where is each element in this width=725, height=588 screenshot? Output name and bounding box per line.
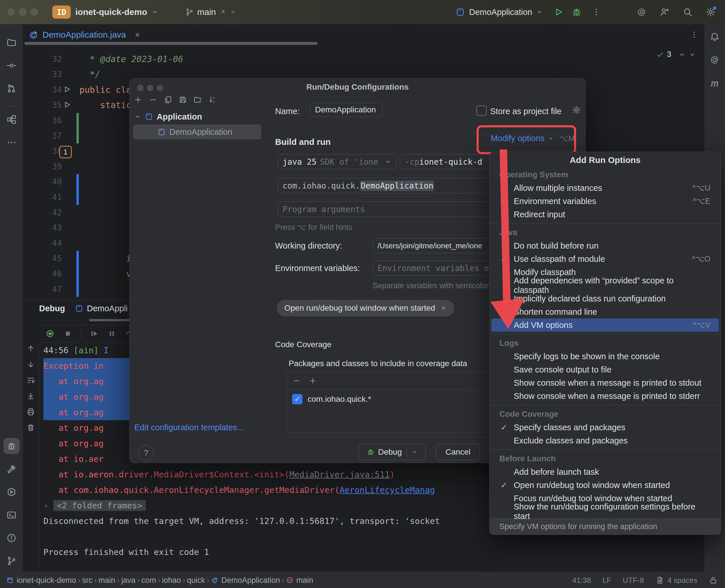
- file-encoding[interactable]: UTF-8: [623, 576, 644, 585]
- tool-button-ai[interactable]: @: [707, 52, 723, 68]
- run-button[interactable]: [553, 7, 564, 17]
- menu-item-exclude-classes-and-packages[interactable]: Exclude classes and packages: [490, 434, 721, 447]
- run-config-widget[interactable]: DemoApplication: [455, 0, 543, 24]
- menu-item-implicitly-declared-class-run-configurat[interactable]: Implicitly declared class run configurat…: [490, 292, 721, 305]
- cancel-button[interactable]: Cancel: [436, 444, 480, 460]
- stack-trace-link[interactable]: MediaDriver.java:511: [289, 469, 390, 479]
- store-as-project-checkbox[interactable]: [476, 105, 487, 116]
- add-user-icon[interactable]: [660, 7, 670, 17]
- project-widget[interactable]: ionet-quick-demo: [75, 0, 159, 24]
- edit-templates-link[interactable]: Edit configuration templates…: [134, 423, 246, 432]
- breadcrumb-item[interactable]: ionet-quick-demo: [6, 576, 76, 585]
- trash-icon[interactable]: [26, 423, 35, 432]
- tool-button-more[interactable]: [3, 134, 20, 151]
- menu-item-do-not-build-before-run[interactable]: Do not build before run: [490, 239, 721, 252]
- debug-button[interactable]: [572, 7, 582, 17]
- code-line[interactable]: 32 * @date 2023-01-06: [23, 51, 704, 67]
- stack-trace-link[interactable]: AeronLifecycleManag: [339, 485, 435, 495]
- tool-button-structure[interactable]: [3, 111, 20, 128]
- close-tab-icon[interactable]: [134, 31, 141, 38]
- breadcrumb-item[interactable]: src: [82, 576, 92, 585]
- zoom-window-button[interactable]: [30, 8, 38, 16]
- menu-item-open-run-debug-tool-window-when-started[interactable]: ✓Open run/debug tool window when started: [490, 479, 721, 492]
- breadcrumb-item[interactable]: iohao: [162, 576, 181, 585]
- tool-button-terminal[interactable]: [3, 507, 20, 523]
- breadcrumb-item[interactable]: java: [121, 576, 136, 585]
- line-separator[interactable]: LF: [603, 576, 611, 585]
- tool-button-git-branch[interactable]: [3, 553, 20, 569]
- menu-item-shorten-command-line[interactable]: Shorten command line: [490, 305, 721, 318]
- add-pattern-icon[interactable]: [309, 377, 317, 385]
- chevron-up-icon[interactable]: [678, 51, 686, 58]
- rerun-debug-icon[interactable]: [45, 329, 55, 339]
- add-icon[interactable]: [134, 96, 142, 104]
- search-icon[interactable]: [682, 7, 693, 17]
- menu-item-use-classpath-of-module[interactable]: ✓Use classpath of module^⌥O: [490, 252, 721, 266]
- menu-item-allow-multiple-instances[interactable]: Allow multiple instances^⌥U: [490, 181, 721, 194]
- breadcrumb-item[interactable]: quick: [187, 576, 205, 585]
- menu-item-add-vm-options[interactable]: Add VM options^⌥V: [491, 318, 719, 332]
- tree-item-demoapplication[interactable]: DemoApplication: [133, 124, 261, 140]
- remove-pattern-icon[interactable]: [293, 377, 301, 385]
- menu-item-add-before-launch-task[interactable]: Add before launch task: [490, 465, 721, 479]
- resume-icon[interactable]: [89, 329, 99, 339]
- sort-icon[interactable]: az: [208, 96, 217, 104]
- before-launch-chip[interactable]: Open run/debug tool window when started: [277, 300, 454, 316]
- more-actions-icon[interactable]: [592, 7, 601, 17]
- tool-button-bug[interactable]: [3, 438, 20, 454]
- tool-button-bell[interactable]: [707, 29, 723, 45]
- tool-button-folder[interactable]: [3, 35, 20, 50]
- breadcrumb-item[interactable]: main: [98, 576, 115, 585]
- menu-item-show-console-when-a-message-is-printed-t[interactable]: Show console when a message is printed t…: [490, 390, 721, 403]
- debug-confirm-button[interactable]: Debug: [358, 444, 426, 460]
- breadcrumb-item[interactable]: mmain: [286, 576, 313, 585]
- tool-button-services[interactable]: [3, 484, 20, 500]
- cursor-position[interactable]: 41:38: [572, 576, 591, 585]
- jdk-select[interactable]: java 25 SDK of 'ione: [278, 154, 396, 169]
- chevron-down-icon[interactable]: [688, 51, 696, 58]
- soft-wrap-icon[interactable]: [26, 376, 35, 384]
- unlock-icon[interactable]: [709, 576, 718, 585]
- menu-item-specify-classes-and-packages[interactable]: ✓Specify classes and packages: [490, 421, 721, 434]
- remove-chip-icon[interactable]: [440, 305, 447, 311]
- menu-item-save-console-output-to-file[interactable]: Save console output to file: [490, 363, 721, 376]
- tool-button-commit[interactable]: [3, 58, 20, 74]
- pause-icon[interactable]: [107, 329, 117, 339]
- inspections-widget[interactable]: 3: [656, 50, 696, 59]
- editor-options-icon[interactable]: [690, 30, 699, 39]
- help-button[interactable]: ?: [138, 445, 154, 461]
- stop-icon[interactable]: [63, 329, 73, 339]
- menu-item-redirect-input[interactable]: Redirect input: [490, 208, 721, 221]
- debug-session-tab[interactable]: DemoAppli: [75, 304, 128, 313]
- menu-item-show-the-run-debug-configuration-setting[interactable]: Show the run/debug configuration setting…: [490, 505, 721, 518]
- arrow-up-icon[interactable]: [26, 344, 35, 353]
- print-icon[interactable]: [26, 407, 35, 416]
- scroll-end-icon[interactable]: [26, 392, 35, 400]
- save-icon[interactable]: [179, 96, 187, 104]
- tool-button-hammer[interactable]: [3, 461, 20, 477]
- tool-button-problems[interactable]: [3, 530, 20, 546]
- copy-icon[interactable]: [164, 96, 172, 104]
- editor-scrollbar-thumb[interactable]: [24, 42, 318, 45]
- minus-icon[interactable]: [149, 96, 157, 104]
- name-input[interactable]: [310, 103, 382, 117]
- menu-item-environment-variables[interactable]: ✓Environment variables^⌥E: [490, 194, 721, 208]
- arrow-down-icon[interactable]: [26, 360, 35, 369]
- minimize-window-button[interactable]: [19, 8, 26, 16]
- settings-icon[interactable]: [705, 7, 716, 17]
- menu-item-show-console-when-a-message-is-printed-t[interactable]: Show console when a message is printed t…: [490, 376, 721, 390]
- tool-button-maven[interactable]: m: [707, 75, 723, 91]
- at-sign-icon[interactable]: @: [637, 7, 647, 17]
- menu-item-add-dependencies-with-provided-scope-to-[interactable]: Add dependencies with “provided” scope t…: [490, 279, 721, 292]
- tool-button-pull-request[interactable]: [3, 81, 20, 97]
- new-folder-icon[interactable]: [193, 96, 202, 104]
- store-settings-gear-icon[interactable]: [572, 105, 581, 115]
- indent-widget[interactable]: 4 spaces: [656, 576, 698, 585]
- vcs-widget[interactable]: main: [185, 0, 236, 24]
- chevron-down-icon[interactable]: [411, 449, 418, 455]
- coverage-checkbox[interactable]: ✓: [292, 394, 303, 404]
- menu-item-specify-logs-to-be-shown-in-the-console[interactable]: Specify logs to be shown in the console: [490, 350, 721, 363]
- breadcrumb-item[interactable]: DemoApplication: [211, 576, 280, 585]
- close-window-button[interactable]: [7, 8, 15, 16]
- tree-group-application[interactable]: Application: [134, 111, 202, 123]
